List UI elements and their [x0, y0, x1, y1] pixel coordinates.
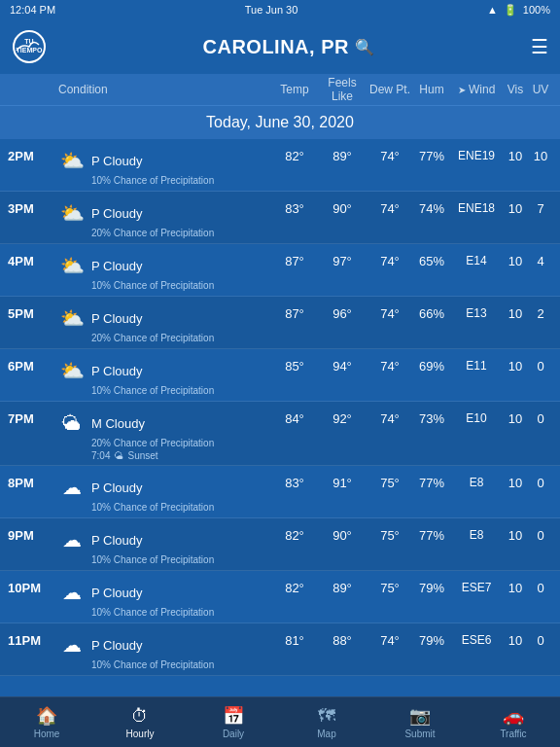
row-wind: E13	[451, 304, 502, 320]
condition-name: P Cloudy	[91, 533, 143, 548]
row-condition-wrap: ⛅ P Cloudy 10% Chance of Precipitation	[58, 357, 272, 396]
menu-icon[interactable]: ☰	[531, 35, 548, 58]
nav-label-hourly: Hourly	[126, 729, 155, 739]
hourly-row[interactable]: 8PM ☁ P Cloudy 10% Chance of Precipitati…	[0, 466, 560, 518]
weather-icon: 🌥	[58, 409, 86, 437]
battery-icon: 🔋	[504, 4, 517, 17]
condition-name: P Cloudy	[91, 259, 143, 273]
col-header-hum: Hum	[412, 83, 451, 96]
hourly-row[interactable]: 5PM ⛅ P Cloudy 20% Chance of Precipitati…	[0, 297, 560, 349]
weather-icon: ⛅	[58, 199, 86, 227]
row-uv: 0	[529, 631, 552, 648]
battery-level: 100%	[523, 4, 550, 16]
status-bar: 12:04 PM Tue Jun 30 ▲ 🔋 100%	[0, 0, 560, 19]
row-vis: 10	[502, 304, 529, 321]
row-uv: 2	[529, 304, 552, 321]
row-dew: 74°	[368, 252, 412, 268]
row-condition-wrap: ⛅ P Cloudy 20% Chance of Precipitation	[58, 199, 272, 238]
nav-label-home: Home	[34, 729, 60, 739]
row-condition-main: ⛅ P Cloudy	[58, 147, 272, 174]
row-feels: 89°	[317, 147, 368, 163]
row-hum: 65%	[412, 252, 451, 268]
row-wind: E10	[451, 409, 502, 425]
row-wind: ENE18	[451, 199, 502, 215]
row-temp: 81°	[272, 631, 317, 648]
row-condition-wrap: ⛅ P Cloudy 10% Chance of Precipitation	[58, 252, 272, 291]
nav-icon-home: 🏠	[36, 705, 57, 727]
row-feels: 94°	[317, 357, 368, 374]
logo-icon: TU TIEMPO	[12, 29, 47, 64]
row-uv: 0	[529, 357, 552, 374]
hourly-row[interactable]: 6PM ⛅ P Cloudy 10% Chance of Precipitati…	[0, 349, 560, 402]
row-condition-main: ☁ P Cloudy	[58, 526, 272, 553]
app-logo[interactable]: TU TIEMPO	[12, 29, 47, 64]
nav-item-submit[interactable]: 📷 Submit	[373, 697, 467, 747]
row-uv: 10	[529, 147, 552, 163]
precip-text: 10% Chance of Precipitation	[91, 607, 272, 618]
row-uv: 0	[529, 526, 552, 543]
condition-name: P Cloudy	[91, 586, 143, 600]
nav-item-hourly[interactable]: ⏱ Hourly	[93, 697, 187, 747]
row-temp: 83°	[272, 199, 317, 216]
row-wind: E14	[451, 252, 502, 267]
col-header-vis: Vis	[502, 83, 529, 96]
weather-icon: ☁	[58, 579, 86, 606]
weather-icon: ⛅	[58, 252, 86, 279]
condition-name: M Cloudy	[91, 416, 145, 431]
row-time: 4PM	[8, 252, 58, 268]
row-feels: 90°	[317, 526, 368, 543]
nav-item-traffic[interactable]: 🚗 Traffic	[467, 697, 560, 747]
nav-label-submit: Submit	[404, 729, 435, 739]
nav-item-home[interactable]: 🏠 Home	[0, 697, 93, 747]
nav-label-daily: Daily	[223, 729, 244, 739]
row-hum: 73%	[412, 409, 451, 426]
row-feels: 97°	[317, 252, 368, 268]
row-hum: 79%	[412, 631, 451, 648]
status-date: Tue Jun 30	[245, 4, 298, 16]
row-condition-main: ⛅ P Cloudy	[58, 357, 272, 384]
row-uv: 0	[529, 579, 552, 595]
hourly-row[interactable]: 11PM ☁ P Cloudy 10% Chance of Precipitat…	[0, 623, 560, 676]
hourly-row[interactable]: 3PM ⛅ P Cloudy 20% Chance of Precipitati…	[0, 192, 560, 244]
header-title: CAROLINA, PR 🔍	[203, 36, 375, 58]
row-vis: 10	[502, 252, 529, 268]
precip-text: 10% Chance of Precipitation	[91, 554, 272, 565]
nav-item-daily[interactable]: 📅 Daily	[187, 697, 280, 747]
row-hum: 77%	[412, 526, 451, 543]
precip-text: 10% Chance of Precipitation	[91, 385, 272, 396]
hourly-row[interactable]: 9PM ☁ P Cloudy 10% Chance of Precipitati…	[0, 518, 560, 571]
date-header: Today, June 30, 2020	[0, 105, 560, 139]
row-dew: 74°	[368, 199, 412, 216]
hourly-row[interactable]: 10PM ☁ P Cloudy 10% Chance of Precipitat…	[0, 571, 560, 623]
row-vis: 10	[502, 409, 529, 426]
sunset-info: 7:04 🌤 Sunset	[91, 450, 272, 461]
hourly-row[interactable]: 7PM 🌥 M Cloudy 20% Chance of Precipitati…	[0, 402, 560, 466]
hourly-scroll[interactable]: 2PM ⛅ P Cloudy 10% Chance of Precipitati…	[0, 139, 560, 694]
row-time: 11PM	[8, 631, 58, 648]
row-dew: 75°	[368, 474, 412, 490]
hourly-row[interactable]: 4PM ⛅ P Cloudy 10% Chance of Precipitati…	[0, 244, 560, 297]
col-header-temp: Temp	[272, 83, 317, 96]
hourly-row[interactable]: 2PM ⛅ P Cloudy 10% Chance of Precipitati…	[0, 139, 560, 192]
row-vis: 10	[502, 631, 529, 648]
row-wind: E11	[451, 357, 502, 373]
col-header-dew: Dew Pt.	[368, 83, 412, 96]
row-feels: 89°	[317, 579, 368, 595]
nav-label-map: Map	[317, 729, 335, 739]
search-icon[interactable]: 🔍	[355, 38, 375, 56]
weather-icon: ⛅	[58, 357, 86, 384]
row-dew: 75°	[368, 526, 412, 543]
sunset-label: Sunset	[127, 450, 158, 461]
condition-name: P Cloudy	[91, 311, 143, 326]
row-time: 10PM	[8, 579, 58, 595]
row-time: 3PM	[8, 199, 58, 216]
nav-item-map[interactable]: 🗺 Map	[280, 697, 373, 747]
row-vis: 10	[502, 199, 529, 216]
row-temp: 82°	[272, 526, 317, 543]
row-condition-wrap: 🌥 M Cloudy 20% Chance of Precipitation 7…	[58, 409, 272, 461]
row-vis: 10	[502, 526, 529, 543]
precip-text: 20% Chance of Precipitation	[91, 228, 272, 238]
row-dew: 75°	[368, 579, 412, 595]
row-vis: 10	[502, 357, 529, 374]
row-wind: E8	[451, 526, 502, 542]
